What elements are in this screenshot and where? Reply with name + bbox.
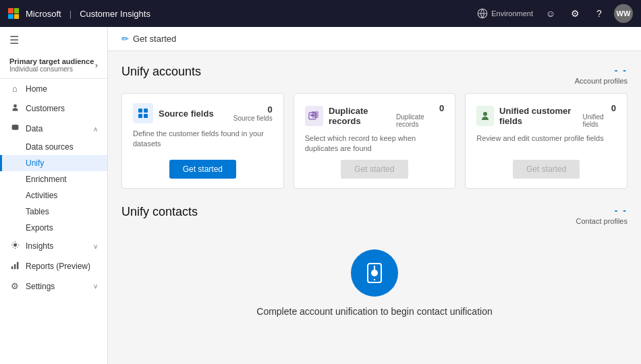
- source-fields-get-started-button[interactable]: Get started: [169, 160, 236, 179]
- unified-fields-footer: Get started: [476, 160, 616, 179]
- settings-icon[interactable]: ⚙: [565, 4, 584, 23]
- settings-gear-icon: ⚙: [9, 281, 20, 291]
- account-profiles-link[interactable]: - - Account profiles: [575, 65, 628, 85]
- source-fields-footer: Get started: [133, 160, 273, 179]
- page-title: Get started: [133, 34, 176, 44]
- target-audience-label: Primary target audience: [9, 57, 95, 65]
- svg-rect-4: [13, 264, 15, 269]
- duplicate-records-card: Duplicate records 0 Duplicate records Se…: [294, 93, 456, 189]
- contact-profiles-label: Contact profiles: [576, 217, 628, 225]
- sidebar: ☰ Primary target audience Individual con…: [0, 27, 108, 364]
- insights-icon: [9, 241, 20, 251]
- account-profiles-label: Account profiles: [575, 77, 628, 85]
- target-audience-chevron: ›: [95, 60, 98, 70]
- sidebar-item-tables[interactable]: Tables: [0, 204, 107, 220]
- settings-chevron: ∨: [93, 282, 98, 290]
- help-icon[interactable]: ?: [590, 4, 609, 23]
- source-fields-icon: [133, 103, 153, 123]
- contacts-icon: [351, 249, 398, 297]
- unified-fields-count: 0 Unified fields: [583, 103, 617, 128]
- sidebar-item-insights[interactable]: Insights ∨: [0, 236, 107, 256]
- target-audience-section[interactable]: Primary target audience Individual consu…: [0, 53, 107, 79]
- insights-chevron: ∨: [93, 243, 98, 250]
- data-chevron: ∧: [93, 125, 98, 133]
- unified-fields-desc: Review and edit customer profile fields: [476, 133, 616, 144]
- nav-icons: ☺ ⚙ ? WW: [541, 4, 633, 23]
- unified-fields-card-header: Unified customer fields 0 Unified fields: [476, 103, 616, 128]
- unified-customer-fields-card: Unified customer fields 0 Unified fields…: [465, 93, 628, 189]
- app-name: Customer Insights: [80, 9, 150, 19]
- unified-fields-get-started-button: Get started: [513, 160, 580, 179]
- duplicate-records-count: 0 Duplicate records: [396, 103, 444, 128]
- cards-row: Source fields 0 Source fields Define the…: [121, 93, 628, 189]
- duplicate-records-desc: Select which record to keep when duplica…: [305, 133, 445, 154]
- svg-point-13: [483, 112, 487, 116]
- sidebar-item-enrichment[interactable]: Enrichment: [0, 171, 107, 187]
- sidebar-item-activities[interactable]: Activities: [0, 187, 107, 204]
- edit-icon: ✏: [121, 34, 129, 44]
- section-header-accounts: Unify accounts - - Account profiles: [121, 65, 628, 85]
- contact-profiles-dash: - -: [615, 205, 628, 216]
- home-icon: ⌂: [9, 84, 20, 94]
- hamburger-menu[interactable]: ☰: [0, 27, 107, 53]
- unified-fields-title: Unified customer fields: [499, 106, 582, 126]
- unify-accounts-title: Unify accounts: [121, 65, 201, 79]
- sidebar-item-exports[interactable]: Exports: [0, 220, 107, 236]
- svg-rect-8: [138, 114, 142, 118]
- duplicate-records-footer: Get started: [305, 160, 445, 179]
- environment-label: Environment: [491, 9, 533, 18]
- duplicate-records-icon: [305, 106, 323, 126]
- svg-point-15: [371, 270, 378, 276]
- svg-rect-7: [144, 109, 148, 113]
- sidebar-item-unify[interactable]: Unify: [0, 155, 107, 171]
- svg-rect-3: [11, 266, 12, 269]
- main-content: ✏ Get started Unify accounts - - Account…: [108, 27, 641, 364]
- top-navigation: Microsoft | Customer Insights Environmen…: [0, 0, 641, 27]
- sidebar-item-settings[interactable]: ⚙ Settings ∨: [0, 276, 107, 296]
- source-fields-title: Source fields: [159, 109, 214, 119]
- contacts-body: Complete account unification to begin co…: [121, 233, 628, 333]
- user-avatar[interactable]: WW: [614, 4, 633, 23]
- source-fields-card-header: Source fields 0 Source fields: [133, 103, 273, 123]
- page-body: Unify accounts - - Account profiles: [108, 51, 641, 346]
- layout: ☰ Primary target audience Individual con…: [0, 27, 641, 364]
- svg-rect-5: [16, 262, 18, 270]
- sidebar-item-home[interactable]: ⌂ Home: [0, 79, 107, 98]
- sidebar-item-data-sources[interactable]: Data sources: [0, 139, 107, 155]
- reports-icon: [9, 261, 20, 272]
- svg-rect-11: [312, 111, 318, 118]
- svg-rect-9: [144, 114, 148, 118]
- data-icon: [9, 123, 20, 134]
- company-name: Microsoft: [26, 9, 61, 19]
- account-profiles-dash: - -: [615, 65, 628, 75]
- svg-rect-6: [138, 109, 142, 113]
- target-audience-sub: Individual consumers: [9, 65, 95, 73]
- customers-icon: [9, 103, 20, 114]
- unify-accounts-section: Unify accounts - - Account profiles: [121, 65, 628, 189]
- source-fields-card: Source fields 0 Source fields Define the…: [121, 93, 284, 189]
- duplicate-records-card-header: Duplicate records 0 Duplicate records: [305, 103, 445, 128]
- contacts-message: Complete account unification to begin co…: [256, 306, 492, 317]
- section-header-contacts: Unify contacts - - Contact profiles: [121, 205, 628, 225]
- smiley-icon[interactable]: ☺: [541, 4, 560, 23]
- duplicate-records-title: Duplicate records: [329, 106, 396, 126]
- unified-fields-icon: [476, 106, 494, 126]
- environment-icon: [476, 7, 489, 20]
- page-header: ✏ Get started: [108, 27, 641, 51]
- source-fields-desc: Define the customer fields found in your…: [133, 129, 273, 150]
- microsoft-logo: [8, 8, 19, 19]
- sidebar-item-customers[interactable]: Customers: [0, 98, 107, 119]
- unify-contacts-title: Unify contacts: [121, 205, 198, 219]
- sidebar-item-data[interactable]: Data ∧: [0, 119, 107, 139]
- environment-indicator: Environment: [476, 7, 533, 20]
- duplicate-records-get-started-button: Get started: [341, 160, 408, 179]
- contact-profiles-link[interactable]: - - Contact profiles: [576, 205, 628, 225]
- unify-contacts-section: Unify contacts - - Contact profiles: [121, 205, 628, 333]
- source-fields-count: 0 Source fields: [233, 104, 273, 122]
- sidebar-item-reports[interactable]: Reports (Preview): [0, 256, 107, 276]
- app-logo: Microsoft | Customer Insights: [8, 8, 150, 19]
